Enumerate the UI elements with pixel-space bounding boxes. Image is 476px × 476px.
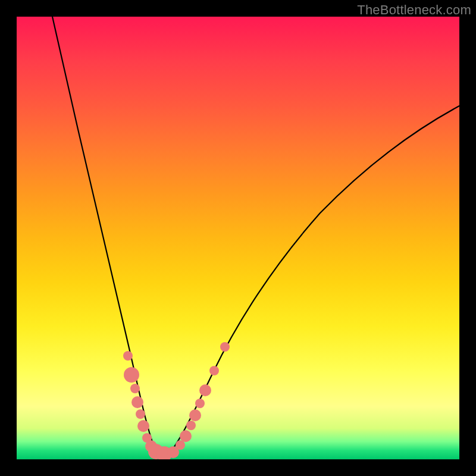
plot-area xyxy=(17,17,459,459)
marker-dot xyxy=(209,366,219,375)
marker-dot xyxy=(124,367,139,383)
chart-svg-dots xyxy=(17,17,459,459)
marker-dot xyxy=(180,430,192,442)
marker-dot xyxy=(137,420,149,432)
marker-dot xyxy=(186,421,196,430)
marker-dot xyxy=(189,409,201,421)
watermark-text: TheBottleneck.com xyxy=(357,2,471,18)
marker-dot xyxy=(131,396,143,408)
marker-dot xyxy=(195,399,205,408)
marker-dot xyxy=(130,384,140,393)
marker-dot xyxy=(136,409,145,419)
chart-frame: TheBottleneck.com xyxy=(0,0,476,476)
marker-dots-correct xyxy=(123,342,230,459)
marker-dot xyxy=(123,351,133,361)
marker-dot xyxy=(220,342,230,352)
marker-dot xyxy=(199,384,211,396)
